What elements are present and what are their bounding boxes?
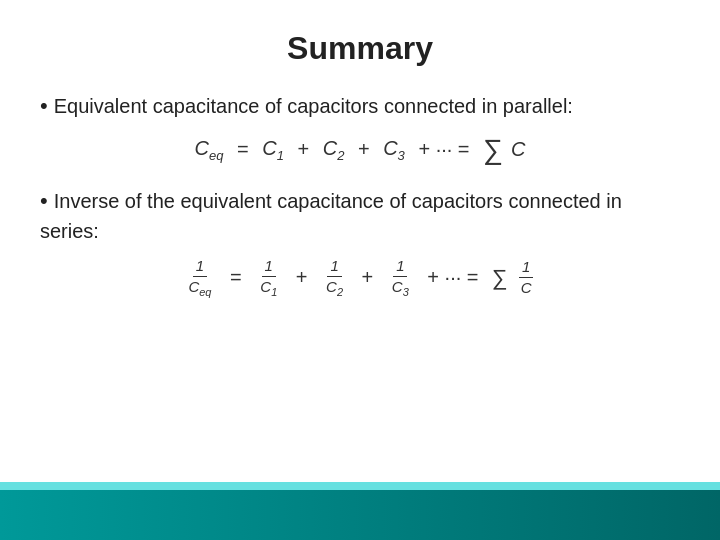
bullet2-text: •Inverse of the equivalent capacitance o…	[40, 186, 680, 245]
bullet1-dot: •	[40, 93, 48, 118]
formula-parallel-ceq: Ceq	[194, 137, 223, 163]
formula-series: 1 Ceq = 1 C1 + 1 C2 + 1 C3	[183, 257, 536, 299]
frac-1-ceq: 1 Ceq	[185, 257, 214, 299]
formula-parallel-sigma: ∑	[483, 134, 503, 166]
frac-1-c2: 1 C2	[323, 257, 346, 299]
frac-1-c3: 1 C3	[389, 257, 412, 299]
series-dots: + ··· =	[422, 266, 484, 289]
formula-parallel-c3: C3	[383, 137, 405, 163]
formula-parallel-container: Ceq = C1 + C2 + C3 + ··· = ∑ C	[40, 134, 680, 166]
formula-parallel-c-sum: C	[511, 138, 525, 161]
slide-title: Summary	[40, 30, 680, 67]
formula-series-container: 1 Ceq = 1 C1 + 1 C2 + 1 C3	[40, 257, 680, 299]
bottom-bar	[0, 490, 720, 540]
series-eq1: =	[225, 266, 248, 289]
bullet1-text: •Equivalent capacitance of capacitors co…	[40, 91, 680, 122]
formula-parallel: Ceq = C1 + C2 + C3 + ··· = ∑ C	[194, 134, 525, 166]
series-plus2: +	[356, 266, 379, 289]
bullet2-dot: •	[40, 188, 48, 213]
bullet-section-series: •Inverse of the equivalent capacitance o…	[40, 186, 680, 299]
frac-1-c1: 1 C1	[257, 257, 280, 299]
slide-content: Summary •Equivalent capacitance of capac…	[0, 0, 720, 540]
series-sigma: ∑	[492, 265, 508, 291]
bullet-section-parallel: •Equivalent capacitance of capacitors co…	[40, 91, 680, 166]
formula-parallel-eq1: =	[231, 138, 254, 161]
formula-parallel-dots: + ··· =	[413, 138, 475, 161]
series-plus1: +	[290, 266, 313, 289]
formula-parallel-c2: C2	[323, 137, 345, 163]
formula-parallel-c1: C1	[262, 137, 284, 163]
formula-parallel-plus1: +	[292, 138, 315, 161]
frac-1-c-sum: 1 C	[518, 258, 535, 297]
formula-parallel-plus2: +	[352, 138, 375, 161]
bottom-accent-bar	[0, 482, 720, 490]
